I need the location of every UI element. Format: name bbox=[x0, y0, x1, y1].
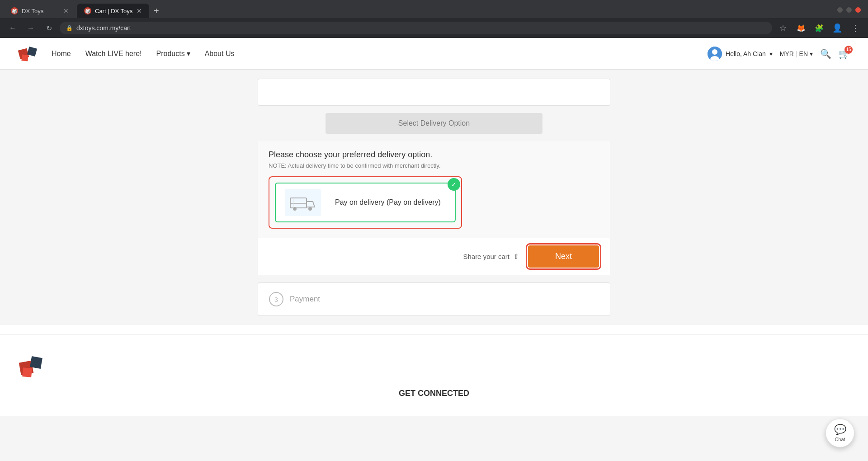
address-text: dxtoys.com.my/cart bbox=[76, 24, 131, 32]
svg-marker-7 bbox=[307, 202, 315, 207]
footer-title: GET CONNECTED bbox=[18, 389, 850, 398]
chevron-down-icon: ▾ bbox=[187, 49, 190, 58]
tab-label-2: Cart | DX Toys bbox=[95, 8, 132, 14]
share-cart[interactable]: Share your cart ⇧ bbox=[463, 252, 519, 261]
site-footer: GET CONNECTED bbox=[0, 334, 868, 416]
greeting-text: Hello, Ah Cian bbox=[726, 50, 766, 57]
maximize-btn[interactable] bbox=[846, 7, 852, 13]
back-button[interactable]: ← bbox=[5, 21, 20, 35]
avatar bbox=[708, 47, 722, 61]
delivery-option-card[interactable]: Pay on delivery (Pay on delivery) ✓ bbox=[275, 183, 456, 222]
browser-toolbar: ← → ↻ 🔒 dxtoys.com.my/cart ☆ 🦊 🧩 👤 ⋮ bbox=[0, 18, 868, 38]
payment-step: 3 Payment bbox=[258, 282, 610, 316]
step-number-circle: 3 bbox=[269, 292, 283, 306]
svg-rect-2 bbox=[21, 54, 28, 61]
new-tab-button[interactable]: + bbox=[150, 4, 163, 18]
nav-about-us[interactable]: About Us bbox=[205, 50, 235, 58]
toolbar-right: ☆ 🦊 🧩 👤 ⋮ bbox=[776, 21, 863, 35]
search-button[interactable]: 🔍 bbox=[820, 48, 831, 59]
forward-button[interactable]: → bbox=[24, 21, 38, 35]
action-bar: Share your cart ⇧ Next bbox=[258, 238, 610, 275]
delivery-option-wrapper[interactable]: Pay on delivery (Pay on delivery) ✓ bbox=[269, 176, 462, 229]
checkmark-badge: ✓ bbox=[448, 178, 460, 191]
profile-icon[interactable]: 👤 bbox=[830, 21, 844, 35]
browser-chrome: 🎲 DX Toys ✕ 🎲 Cart | DX Toys ✕ + ← → ↻ 🔒… bbox=[0, 0, 868, 38]
cart-badge: 15 bbox=[844, 46, 853, 54]
user-greeting[interactable]: Hello, Ah Cian ▾ bbox=[708, 47, 773, 61]
user-dropdown-icon: ▾ bbox=[769, 50, 773, 57]
truck-icon bbox=[289, 193, 316, 212]
bookmark-icon[interactable]: ☆ bbox=[776, 21, 790, 35]
tab-bar: 🎲 DX Toys ✕ 🎲 Cart | DX Toys ✕ + bbox=[0, 0, 868, 18]
svg-rect-14 bbox=[22, 367, 32, 377]
site-logo[interactable] bbox=[18, 44, 38, 64]
lang-dropdown-icon: ▾ bbox=[810, 50, 813, 57]
currency-lang-divider: | bbox=[796, 50, 797, 57]
next-button[interactable]: Next bbox=[528, 245, 599, 268]
share-label: Share your cart bbox=[463, 253, 509, 260]
delivery-icon bbox=[285, 189, 321, 216]
nav-products[interactable]: Products ▾ bbox=[156, 49, 190, 58]
extension-icon-2[interactable]: 🧩 bbox=[812, 21, 826, 35]
main-nav: Home Watch LIVE here! Products ▾ About U… bbox=[52, 49, 234, 58]
select-delivery-option-button[interactable]: Select Delivery Option bbox=[326, 113, 542, 134]
delivery-option-label: Pay on delivery (Pay on delivery) bbox=[330, 198, 446, 207]
tab-label-1: DX Toys bbox=[22, 8, 43, 14]
chat-widget[interactable]: 💬 Chat bbox=[826, 419, 854, 447]
menu-icon[interactable]: ⋮ bbox=[848, 21, 863, 35]
tab-favicon-1: 🎲 bbox=[11, 7, 18, 14]
tab-favicon-2: 🎲 bbox=[84, 7, 91, 14]
tab-close-1[interactable]: ✕ bbox=[63, 7, 69, 14]
delivery-section: Please choose your preferred delivery op… bbox=[258, 141, 610, 238]
lock-icon: 🔒 bbox=[66, 25, 73, 31]
main-content: Select Delivery Option Please choose you… bbox=[0, 70, 868, 325]
extension-icon-1[interactable]: 🦊 bbox=[794, 21, 808, 35]
refresh-button[interactable]: ↻ bbox=[42, 21, 56, 35]
tab-dx-toys[interactable]: 🎲 DX Toys ✕ bbox=[4, 4, 76, 18]
logo-icon bbox=[18, 44, 38, 64]
top-section-box bbox=[258, 79, 610, 106]
site-header: Home Watch LIVE here! Products ▾ About U… bbox=[0, 38, 868, 70]
currency-lang[interactable]: MYR | EN ▾ bbox=[780, 50, 813, 57]
share-icon: ⇧ bbox=[513, 252, 519, 261]
nav-home[interactable]: Home bbox=[52, 50, 71, 58]
close-btn[interactable] bbox=[855, 7, 861, 13]
search-icon: 🔍 bbox=[820, 49, 831, 59]
cart-button[interactable]: 🛒 15 bbox=[839, 48, 850, 59]
svg-rect-1 bbox=[27, 46, 37, 56]
svg-point-4 bbox=[712, 49, 717, 55]
site-container: Home Watch LIVE here! Products ▾ About U… bbox=[0, 38, 868, 416]
svg-point-9 bbox=[308, 207, 312, 211]
nav-products-label: Products bbox=[156, 50, 184, 58]
payment-step-label: Payment bbox=[290, 295, 320, 304]
delivery-note: NOTE: Actual delivery time to be confirm… bbox=[269, 162, 599, 169]
content-wrapper: Select Delivery Option Please choose you… bbox=[249, 79, 619, 316]
chat-label: Chat bbox=[835, 437, 845, 442]
address-bar[interactable]: 🔒 dxtoys.com.my/cart bbox=[60, 22, 772, 34]
svg-point-8 bbox=[293, 207, 297, 211]
tab-cart-dx-toys[interactable]: 🎲 Cart | DX Toys ✕ bbox=[77, 4, 149, 18]
language-label: EN bbox=[799, 50, 808, 57]
svg-rect-13 bbox=[30, 356, 42, 369]
currency-label: MYR bbox=[780, 50, 794, 57]
tab-close-2[interactable]: ✕ bbox=[137, 7, 142, 14]
chat-icon: 💬 bbox=[834, 424, 846, 436]
header-right: Hello, Ah Cian ▾ MYR | EN ▾ 🔍 🛒 15 bbox=[708, 47, 850, 61]
nav-watch-live[interactable]: Watch LIVE here! bbox=[85, 50, 142, 58]
delivery-title: Please choose your preferred delivery op… bbox=[269, 150, 599, 160]
minimize-btn[interactable] bbox=[837, 7, 843, 13]
svg-rect-6 bbox=[290, 198, 307, 208]
footer-logo bbox=[18, 353, 45, 380]
